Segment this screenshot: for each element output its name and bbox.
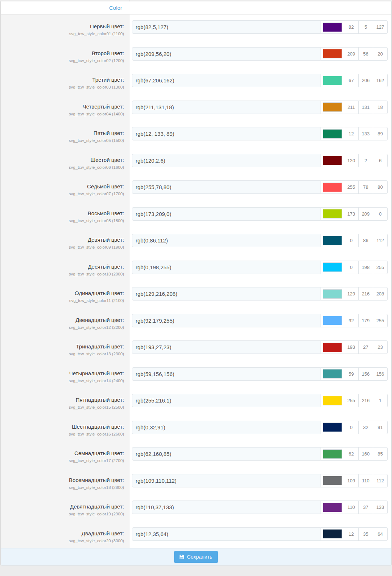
color-swatch[interactable] [323, 49, 342, 58]
color-swatch[interactable] [323, 236, 342, 245]
color-swatch-cell[interactable] [321, 47, 344, 61]
save-button-label: Сохранить [187, 554, 212, 560]
color-input-group: 129 216 208 [132, 287, 388, 301]
red-value: 82 [344, 20, 359, 34]
color-swatch[interactable] [323, 183, 342, 192]
color-input-group: 110 37 133 [132, 501, 388, 514]
save-button[interactable]: Сохранить [174, 551, 218, 563]
color-value-input[interactable] [132, 501, 321, 514]
color-row-label-col: Восьмой цвет: svg_tcw_style_color08 (180… [1, 201, 129, 228]
color-label: Седьмой цвет: [4, 183, 124, 190]
color-swatch[interactable] [323, 289, 342, 299]
color-swatch[interactable] [323, 316, 342, 325]
color-swatch-cell[interactable] [321, 394, 344, 407]
red-value: 120 [344, 154, 359, 167]
green-value: 209 [359, 207, 373, 221]
color-swatch[interactable] [323, 503, 342, 512]
color-swatch-cell[interactable] [321, 314, 344, 327]
color-value-input[interactable] [132, 207, 321, 221]
green-value: 179 [359, 314, 373, 327]
color-swatch-cell[interactable] [321, 367, 344, 381]
color-swatch[interactable] [323, 262, 342, 272]
color-value-input[interactable] [132, 340, 321, 354]
color-row-label-col: Четвертый цвет: svg_tcw_style_color04 (1… [1, 95, 129, 122]
green-value: 156 [359, 367, 373, 381]
color-swatch-cell[interactable] [321, 20, 344, 34]
color-row-control-col: 255 78 80 [129, 175, 391, 201]
color-value-input[interactable] [132, 287, 321, 301]
color-row: Седьмой цвет: svg_tcw_style_color07 (170… [1, 175, 391, 201]
color-value-input[interactable] [132, 394, 321, 407]
green-value: 216 [359, 394, 373, 407]
color-value-input[interactable] [132, 367, 321, 381]
color-swatch-cell[interactable] [321, 207, 344, 221]
color-swatch[interactable] [323, 129, 342, 139]
tab-color[interactable]: Color [109, 5, 122, 11]
color-swatch-cell[interactable] [321, 74, 344, 87]
color-value-input[interactable] [132, 421, 321, 434]
color-row: Восьмой цвет: svg_tcw_style_color08 (180… [1, 201, 391, 228]
color-swatch-cell[interactable] [321, 287, 344, 301]
color-swatch-cell[interactable] [321, 421, 344, 434]
color-swatch[interactable] [323, 529, 342, 539]
blue-value: 208 [373, 287, 388, 301]
color-input-group: 193 27 23 [132, 340, 388, 354]
color-input-group: 0 32 91 [132, 421, 388, 434]
color-swatch[interactable] [323, 476, 342, 485]
green-value: 198 [359, 261, 373, 274]
color-value-input[interactable] [132, 101, 321, 114]
color-row-label-col: Семнадцатый цвет: svg_tcw_style_color17 … [1, 441, 129, 468]
color-value-input[interactable] [132, 127, 321, 140]
color-swatch[interactable] [323, 102, 342, 112]
color-value-input[interactable] [132, 234, 321, 247]
color-swatch[interactable] [323, 76, 342, 85]
color-input-group: 120 2 6 [132, 154, 388, 167]
color-swatch[interactable] [323, 396, 342, 405]
color-swatch-cell[interactable] [321, 180, 344, 194]
color-row-label-col: Пятый цвет: svg_tcw_style_color05 (1500) [1, 121, 129, 148]
color-row-label-col: Девятнадцатый цвет: svg_tcw_style_color1… [1, 495, 129, 522]
floppy-disk-icon [179, 554, 185, 560]
color-swatch[interactable] [323, 369, 342, 379]
color-value-input[interactable] [132, 474, 321, 487]
color-row-label-col: Девятый цвет: svg_tcw_style_color09 (190… [1, 228, 129, 255]
color-swatch[interactable] [323, 23, 342, 32]
color-value-input[interactable] [132, 154, 321, 167]
color-value-input[interactable] [132, 314, 321, 327]
color-swatch[interactable] [323, 343, 342, 352]
color-swatch-cell[interactable] [321, 154, 344, 167]
red-value: 12 [344, 127, 359, 140]
color-swatch[interactable] [323, 209, 342, 218]
color-row-label-col: Третий цвет: svg_tcw_style_color03 (1300… [1, 68, 129, 95]
blue-value: 18 [373, 101, 388, 114]
blue-value: 64 [373, 527, 388, 541]
color-value-input[interactable] [132, 180, 321, 194]
color-swatch-cell[interactable] [321, 234, 344, 247]
color-swatch-cell[interactable] [321, 127, 344, 140]
color-value-input[interactable] [132, 20, 321, 34]
color-swatch-cell[interactable] [321, 474, 344, 487]
color-swatch-cell[interactable] [321, 340, 344, 354]
color-swatch-cell[interactable] [321, 501, 344, 514]
blue-value: 162 [373, 74, 388, 87]
color-swatch[interactable] [323, 449, 342, 459]
color-settings-panel: Color Первый цвет: svg_tcw_style_color01… [0, 1, 392, 566]
color-row-label-col: Седьмой цвет: svg_tcw_style_color07 (170… [1, 175, 129, 201]
color-value-input[interactable] [132, 527, 321, 541]
red-value: 0 [344, 261, 359, 274]
color-swatch-cell[interactable] [321, 261, 344, 274]
color-row-label-col: Тринадцатый цвет: svg_tcw_style_color13 … [1, 335, 129, 361]
color-swatch[interactable] [323, 422, 342, 432]
color-swatch-cell[interactable] [321, 527, 344, 541]
color-row-control-col: 109 110 112 [129, 468, 391, 495]
color-value-input[interactable] [132, 447, 321, 461]
color-row: Второй цвет: svg_tcw_style_color02 (1200… [1, 41, 391, 68]
color-swatch-cell[interactable] [321, 101, 344, 114]
color-value-input[interactable] [132, 261, 321, 274]
color-value-input[interactable] [132, 47, 321, 61]
color-swatch[interactable] [323, 156, 342, 165]
color-value-input[interactable] [132, 74, 321, 87]
red-value: 129 [344, 287, 359, 301]
color-swatch-cell[interactable] [321, 447, 344, 461]
color-row-control-col: 0 32 91 [129, 415, 391, 442]
